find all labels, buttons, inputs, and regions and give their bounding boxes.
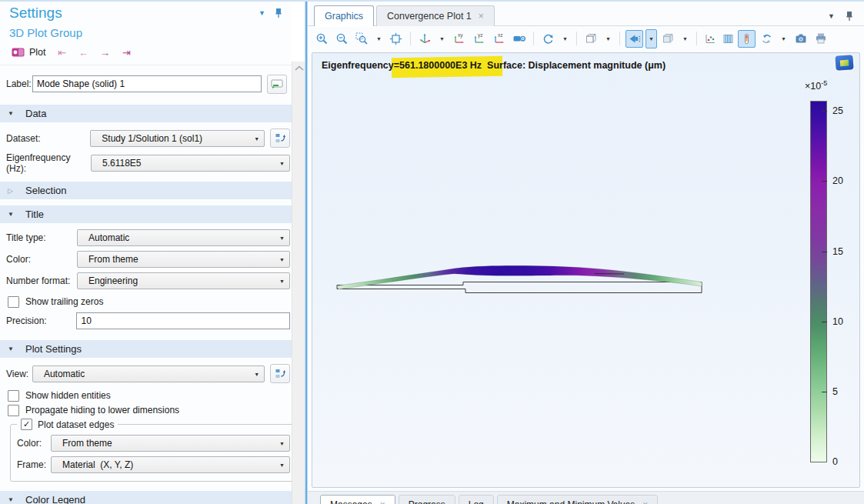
settings-scrollbar[interactable] [292, 62, 305, 504]
zoom-in-button[interactable] [313, 30, 331, 48]
dropdown-arrow-icon: ▼ [254, 136, 259, 142]
previous-solution-arrow-icon[interactable]: ← [76, 47, 92, 58]
title-color-select[interactable]: From theme ▼ [77, 251, 290, 268]
show-trailing-zeros-checkbox[interactable] [8, 296, 19, 308]
view-yz-button[interactable]: yz [470, 30, 488, 48]
show-hidden-entities-checkbox[interactable] [8, 390, 19, 402]
title-type-select[interactable]: Automatic ▼ [77, 229, 290, 246]
tab-messages[interactable]: Messages × [320, 495, 395, 504]
zoom-box-button[interactable] [353, 30, 371, 48]
last-solution-arrow-icon[interactable]: ⇥ [119, 47, 135, 58]
collapse-triangle-icon: ▼ [8, 110, 15, 117]
section-header-selection[interactable]: ▷ Selection [0, 182, 292, 199]
section-title: Data [25, 108, 46, 119]
plot-button[interactable]: Plot [9, 46, 48, 58]
first-solution-arrow-icon[interactable]: ⇤ [55, 47, 70, 58]
go-to-source-button[interactable] [270, 129, 290, 148]
pin-icon[interactable] [273, 8, 284, 18]
view-xy-button[interactable]: xy [450, 30, 468, 48]
title-color-label: Color: [6, 254, 77, 265]
svg-text:xy: xy [458, 32, 463, 38]
panel-menu-caret-icon[interactable]: ▼ [259, 9, 265, 17]
pin-icon[interactable] [844, 11, 855, 22]
tab-log[interactable]: Log [459, 495, 494, 504]
rename-button[interactable] [267, 75, 287, 94]
zoom-box-caret-icon[interactable]: ▼ [373, 29, 385, 48]
collapse-triangle-icon: ▼ [8, 345, 15, 352]
settings-header: Settings ▼ 3D Plot Group Plot ⇤ ← → ⇥ [0, 2, 292, 65]
zoom-extents-button[interactable] [387, 30, 405, 48]
toolbar-separator [410, 32, 411, 45]
snapshot-button[interactable] [792, 30, 809, 48]
label-row: Label: [6, 74, 292, 94]
section-body-data: Dataset: Study 1/Solution 1 (sol1) ▼ Eig… [0, 129, 292, 175]
frame-label: Frame: [17, 459, 51, 470]
close-icon[interactable]: × [642, 499, 648, 504]
scene-light-caret-icon[interactable]: ▼ [645, 29, 657, 48]
view-menu-caret-icon[interactable]: ▼ [602, 29, 614, 48]
orientation-caret-icon[interactable]: ▼ [436, 29, 448, 48]
zoom-out-button[interactable] [333, 30, 351, 48]
tab-max-min-values[interactable]: Maximum and Minimum Values × [497, 495, 659, 504]
tab-convergence-plot[interactable]: Convergence Plot 1 × [376, 5, 495, 26]
toolbar-separator [576, 32, 577, 45]
close-icon[interactable]: × [479, 11, 484, 22]
section-header-data[interactable]: ▼ Data [0, 105, 292, 122]
printer-icon [815, 32, 827, 45]
settings-title: Settings [9, 5, 287, 22]
go-to-source-button[interactable] [270, 364, 290, 383]
view-xz-button[interactable]: xz [490, 30, 508, 48]
spin-arrows-icon [761, 33, 772, 45]
colorbar-tick-label: 5 [832, 386, 859, 397]
section-header-plot-settings[interactable]: ▼ Plot Settings [0, 340, 292, 358]
settings-panel: Settings ▼ 3D Plot Group Plot ⇤ ← → ⇥ La… [0, 2, 292, 504]
transparency-button[interactable] [659, 30, 677, 48]
transparency-cube-icon [662, 32, 676, 45]
scene-light-button[interactable] [625, 30, 643, 48]
precision-input[interactable] [76, 312, 290, 329]
print-button[interactable] [812, 30, 829, 48]
section-header-title[interactable]: ▼ Title [0, 205, 292, 223]
show-mesh-button[interactable] [720, 30, 736, 48]
number-format-select[interactable]: Engineering ▼ [77, 272, 290, 289]
material-color-button[interactable] [702, 30, 718, 48]
environment-button[interactable] [758, 30, 776, 48]
view-menu-button[interactable] [582, 30, 600, 48]
graphics-canvas[interactable]: Eigenfrequency=561.1800000E3 Hz Surface:… [312, 52, 860, 488]
default-view-button[interactable] [510, 30, 528, 48]
section-title: Title [25, 209, 44, 220]
section-header-color-legend[interactable]: ▼ Color Legend [0, 491, 292, 504]
close-icon[interactable]: × [380, 499, 385, 504]
orientation-button[interactable] [416, 30, 434, 48]
zoom-out-icon [335, 32, 349, 45]
tab-progress[interactable]: Progress [399, 495, 455, 504]
dataset-select[interactable]: Study 1/Solution 1 (sol1) ▼ [90, 130, 265, 147]
color-legend-button[interactable] [738, 30, 756, 48]
toolbar-separator [696, 32, 697, 45]
view-select[interactable]: Automatic ▼ [32, 365, 265, 382]
plot-dataset-edges-checkbox[interactable]: ✓ [21, 419, 32, 430]
panel-menu-caret-icon[interactable]: ▼ [828, 12, 835, 20]
label-input[interactable] [32, 75, 262, 92]
collapse-triangle-icon: ▼ [8, 496, 15, 503]
colorbar-tick [822, 111, 827, 112]
next-solution-arrow-icon[interactable]: → [98, 47, 113, 58]
label-field-label: Label: [6, 78, 32, 89]
mode-shape-plot [312, 53, 860, 488]
frame-select[interactable]: Material (X, Y, Z) ▼ [51, 456, 290, 473]
scroll-up-chevron-icon[interactable] [295, 65, 304, 72]
eigenfrequency-select[interactable]: 5.6118E5 ▼ [91, 155, 290, 172]
tab-graphics[interactable]: Graphics [314, 5, 374, 26]
dropdown-arrow-icon: ▼ [279, 235, 285, 241]
plot-dataset-edges-label: Plot dataset edges [38, 419, 114, 430]
go-to-source-icon [275, 368, 286, 379]
rotate-button[interactable] [539, 30, 557, 48]
projector-icon [512, 32, 526, 45]
transparency-caret-icon[interactable]: ▼ [679, 29, 691, 48]
environment-caret-icon[interactable]: ▼ [778, 29, 789, 48]
propagate-hiding-checkbox[interactable] [8, 405, 19, 416]
edge-color-select[interactable]: From theme ▼ [51, 435, 290, 452]
svg-text:yz: yz [478, 32, 483, 38]
rotate-caret-icon[interactable]: ▼ [559, 29, 571, 48]
colorbar-tick-label: 25 [832, 105, 859, 116]
